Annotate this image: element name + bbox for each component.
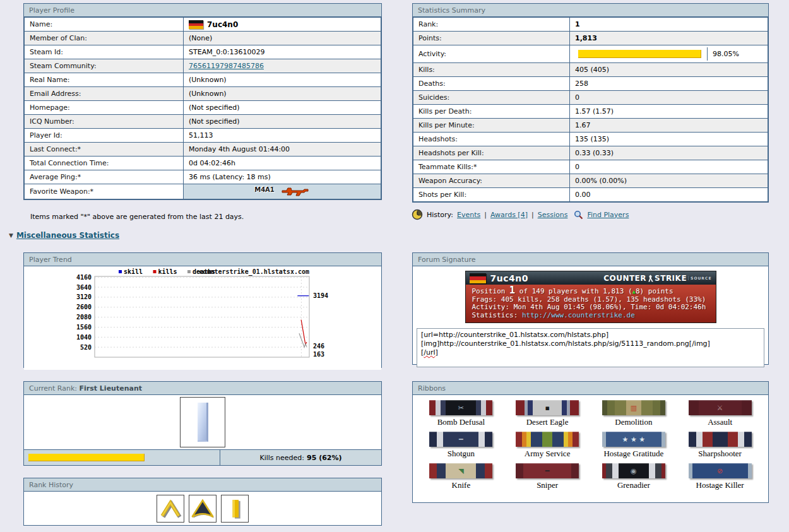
history-link-awards[interactable]: Awards [4] (490, 211, 528, 219)
row-label: Player Id: (25, 129, 184, 143)
signature-image: 7uc4n0 COUNTER STRIKE SOURCE Position 1 … (465, 271, 716, 323)
row-label: Headshots per Kill: (413, 146, 570, 160)
ribbon-emblem-glyph: ━ (459, 436, 463, 443)
ribbon-item: ━Sniper (504, 463, 591, 490)
svg-text:4160: 4160 (76, 274, 92, 281)
logo-counter-text: COUNTER (603, 274, 646, 283)
row-value: 0 (570, 160, 768, 174)
rank-progress-row: Kills needed: 95 (62%) (24, 449, 381, 465)
ribbon-label: Army Service (504, 449, 591, 459)
sniper-ribbon-icon: ━ (516, 463, 579, 478)
row-value: 51,113 (184, 129, 381, 143)
row-label: Total Connection Time: (25, 157, 184, 170)
ribbon-emblem-glyph: ✂ (458, 405, 464, 411)
svg-text:3194: 3194 (313, 292, 328, 299)
ribbons-header: Ribbons (413, 382, 768, 395)
hostage-gratitude-ribbon-icon: ★ ★ ★ (602, 432, 665, 447)
player-profile-table: Name:7uc4n0Member of Clan:(None)Steam Id… (24, 17, 381, 199)
logo-strike-text: STRIKE (655, 274, 687, 283)
signature-stats-url: http://www.counterstrike.de (522, 311, 635, 319)
profile-row: Real Name:(Unknown) (25, 73, 381, 87)
profile-row: Member of Clan:(None) (25, 32, 381, 45)
favorite-weapon-name: M4A1 (254, 186, 275, 193)
row-value: 135 (135) (570, 133, 768, 146)
ribbon-label: Demolition (591, 417, 677, 427)
statistics-summary-table: Rank:1Points:1,813Activity:98.05%Kills:4… (413, 17, 768, 202)
row-value: 76561197987485786 (184, 59, 381, 73)
counter-strike-logo: COUNTER STRIKE SOURCE (603, 274, 711, 283)
bomb-defusal-ribbon-icon: ✂ (429, 400, 492, 415)
statistics-summary-panel: Statistics Summary Rank:1Points:1,813Act… (412, 3, 769, 203)
stats-row: Weapon Accuracy:0.00% (0.00%) (413, 174, 768, 188)
assault-ribbon-icon: ⚔ (689, 400, 752, 415)
steam-community-link[interactable]: 76561197987485786 (189, 62, 264, 70)
row-value: 0.33 (0.33) (570, 146, 768, 160)
row-value: Monday 4th August 01:44:00 (184, 143, 381, 157)
german-flag-icon (189, 20, 203, 29)
signature-line-position: Position 1 of 149 players with 1,813 (▲8… (472, 287, 709, 296)
row-value: 405 (405) (570, 63, 768, 77)
ribbon-label: Sharpshooter (677, 449, 763, 459)
current-rank-name: First Lieutenant (80, 384, 142, 393)
row-value: M4A1 (184, 184, 381, 199)
row-label: Deaths: (413, 77, 570, 91)
row-value: 1.57 (1.57) (570, 105, 768, 119)
ribbon-item: ▪Desert Eagle (504, 400, 591, 427)
rank-progress-track (24, 450, 220, 465)
rank-history-header: Rank History (24, 478, 381, 492)
ribbon-item: Sharpshooter (677, 432, 763, 459)
miscellaneous-statistics-link[interactable]: Miscellaneous Statistics (16, 231, 119, 240)
chevron-down-icon: ▼ (9, 232, 13, 239)
find-players-link[interactable]: Find Players (587, 211, 629, 219)
row-label: Kills per Minute: (413, 119, 570, 133)
stats-row: Rank:1 (413, 18, 768, 32)
row-value: (Not specified) (184, 115, 381, 129)
row-label: Member of Clan: (25, 32, 184, 45)
history-label: History: (427, 211, 453, 219)
rank-progress-bar (28, 454, 145, 461)
history-link-events[interactable]: Events (457, 211, 480, 219)
history-link-sessions[interactable]: Sessions (538, 211, 568, 219)
bbcode-textarea[interactable]: [url=http://counterstrike_01.hlstatsx.co… (417, 328, 764, 367)
current-rank-label: Current Rank: (29, 384, 77, 393)
ribbon-item: ◥Knife (418, 463, 504, 490)
svg-text:2080: 2080 (76, 314, 92, 321)
search-icon (574, 210, 583, 220)
ribbon-item: ▥Demolition (591, 400, 677, 427)
ribbon-item: ★ ★ ★Hostage Gratitude (591, 432, 677, 459)
row-label: Email Address: (25, 87, 184, 101)
profile-row: Player Id:51,113 (25, 129, 381, 143)
row-label: Shots per Kill: (413, 188, 570, 202)
first-lieutenant-insignia-icon (180, 397, 225, 447)
signature-player-name: 7uc4n0 (490, 273, 528, 283)
player-trend-body: 4160364031202600208015601040520skillkill… (24, 266, 381, 370)
stats-row: Suicides:0 (413, 91, 768, 105)
row-value: (Not specified) (184, 101, 381, 115)
svg-text:246: 246 (313, 343, 324, 350)
ribbon-emblem-glyph: ◥ (458, 468, 463, 475)
current-rank-panel: Current Rank: First Lieutenant Kills nee… (23, 381, 382, 466)
row-label: Teammate Kills:* (413, 160, 570, 174)
row-value: 1 (570, 18, 768, 32)
profile-row: Favorite Weapon:*M4A1 (25, 184, 381, 199)
history-bar: History: Events | Awards [4] | Sessions … (412, 209, 629, 220)
grenadier-ribbon-icon: ◉ (602, 463, 665, 478)
miscellaneous-statistics-toggle[interactable]: ▼Miscellaneous Statistics (9, 231, 119, 240)
rank-wide-chevron-icon (189, 495, 217, 523)
ribbon-emblem-glyph: ★ ★ ★ (622, 436, 646, 443)
profile-row: Last Connect:*Monday 4th August 01:44:00 (25, 143, 381, 157)
statistics-summary-table-body: Rank:1Points:1,813Activity:98.05%Kills:4… (413, 18, 768, 202)
row-value: 258 (570, 77, 768, 91)
profile-row: Name:7uc4n0 (25, 18, 381, 32)
stats-row: Deaths:258 (413, 77, 768, 91)
row-value: 1.67 (570, 119, 768, 133)
row-value: (None) (184, 32, 381, 45)
svg-text:3120: 3120 (76, 293, 92, 300)
row-label: Steam Id: (25, 45, 184, 59)
demolition-ribbon-icon: ▥ (602, 400, 665, 415)
stats-row: Points:1,813 (413, 32, 768, 45)
player-trend-chart: 4160364031202600208015601040520skillkill… (24, 268, 381, 365)
kills-needed-value: 95 (62%) (307, 454, 342, 462)
signature-line-statistics: Statistics: http://www.counterstrike.de (472, 312, 709, 320)
ribbons-panel: Ribbons ✂Bomb Defusal▪Desert Eagle▥Demol… (412, 381, 769, 503)
